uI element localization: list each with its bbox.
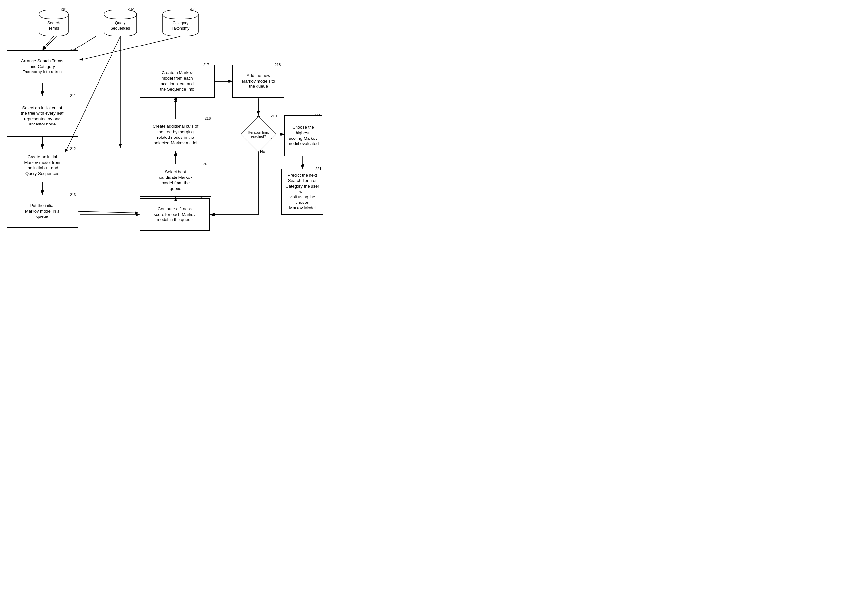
label-203: 203 <box>190 7 196 11</box>
cylinder-category-taxonomy: Category Taxonomy <box>159 10 202 36</box>
label-213: 213 <box>70 193 76 197</box>
box-217: Create a Markov model from each addition… <box>140 65 214 98</box>
label-216: 216 <box>205 116 211 120</box>
cylinder-query-sequences: Query Sequences <box>101 10 140 36</box>
label-211: 211 <box>70 94 76 98</box>
cylinder-search-terms: Search Terms <box>36 10 72 36</box>
label-201: 201 <box>61 7 67 11</box>
diamond-219: Iteration limit reached? <box>237 116 280 152</box>
box-210: Arrange Search Terms and Category Taxono… <box>6 50 78 83</box>
box-220: Choose the highest- scoring Markov model… <box>284 115 322 156</box>
label-214: 214 <box>200 196 206 200</box>
no-label: No <box>260 149 265 154</box>
label-219: 219 <box>271 114 277 118</box>
label-217: 217 <box>203 63 209 67</box>
box-221: Predict the next Search Term or Category… <box>281 169 323 214</box>
box-215: Select best candidate Markov model from … <box>140 164 211 197</box>
box-212: Create an initial Markov model from the … <box>6 149 78 182</box>
flowchart-diagram: Search Terms 201 Query Sequences 202 Cat… <box>0 0 325 293</box>
svg-line-19 <box>79 36 180 60</box>
label-212: 212 <box>70 147 76 151</box>
svg-line-24 <box>78 211 139 213</box>
box-213: Put the initial Markov model in a queue <box>6 195 78 228</box>
box-216: Create additional cuts of the tree by me… <box>135 119 216 151</box>
label-221: 221 <box>316 167 321 171</box>
box-214: Compute a fitness score for each Markov … <box>140 198 210 231</box>
label-215: 215 <box>202 162 208 166</box>
box-211: Select an initial cut of the tree with e… <box>6 96 78 137</box>
svg-line-1 <box>42 36 57 50</box>
label-202: 202 <box>128 7 134 11</box>
label-220: 220 <box>314 113 320 117</box>
svg-line-18 <box>42 36 54 50</box>
label-218: 218 <box>275 63 281 67</box>
label-210: 210 <box>70 48 76 52</box>
box-218: Add the new Markov models to the queue <box>232 65 284 98</box>
